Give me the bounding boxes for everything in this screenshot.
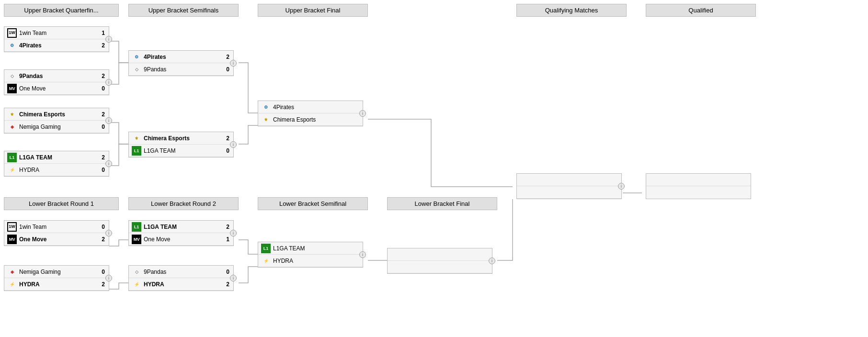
- team-name: HYDRA: [273, 258, 351, 264]
- team-score: 2: [97, 111, 105, 118]
- team-row: ◇ 9Pandas 0: [129, 63, 233, 76]
- team-row: L1 L1GA TEAM 2: [4, 151, 109, 164]
- match-lbf: i: [387, 248, 492, 274]
- team-score: 2: [222, 224, 229, 230]
- team-score: 0: [222, 269, 229, 275]
- match-info-btn[interactable]: i: [105, 117, 112, 124]
- header-ubqf: Upper Bracket Quarterfin...: [4, 4, 119, 17]
- team-name: Chimera Esports: [144, 135, 222, 142]
- header-ubs: Upper Bracket Semifinals: [128, 4, 239, 17]
- team-row: [646, 186, 751, 199]
- logo-chimera: ⚜: [261, 115, 271, 124]
- match-lbsf: L1 L1GA TEAM ⚡ HYDRA i: [258, 242, 363, 268]
- team-logo-empty: [390, 262, 400, 272]
- team-score: 0: [97, 224, 105, 230]
- match-info-btn[interactable]: i: [105, 275, 112, 281]
- team-name: HYDRA: [144, 281, 222, 288]
- logo-nemiga: ◈: [7, 267, 17, 277]
- logo-chimera: ⚜: [132, 134, 141, 143]
- team-row: ⚙ 4Pirates: [258, 101, 363, 113]
- match-info-btn[interactable]: i: [230, 230, 237, 236]
- match-ubqf4: L1 L1GA TEAM 2 ⚡ HYDRA 0 i: [4, 151, 109, 177]
- match-info-btn[interactable]: i: [359, 251, 366, 258]
- bracket-canvas: Upper Bracket Quarterfin... 1W 1win Team…: [0, 0, 862, 330]
- match-lbr2-1: L1 L1GA TEAM 2 MV One Move 1 i: [128, 220, 234, 246]
- header-lbf: Lower Bracket Final: [387, 197, 497, 210]
- header-ubf: Upper Bracket Final: [258, 4, 368, 17]
- team-row: [388, 261, 492, 273]
- team-row: 1W 1win Team 1: [4, 27, 109, 39]
- logo-l1ga: L1: [261, 244, 271, 253]
- logo-onemove: MV: [7, 235, 17, 244]
- match-info-btn[interactable]: i: [105, 79, 112, 86]
- team-row: MV One Move 2: [4, 233, 109, 246]
- logo-l1ga: L1: [132, 222, 141, 232]
- logo-1win: 1W: [7, 28, 17, 38]
- logo-9pandas: ◇: [7, 71, 17, 81]
- team-score: 2: [97, 236, 105, 243]
- team-score: 2: [222, 135, 229, 142]
- team-row: 1W 1win Team 0: [4, 221, 109, 233]
- logo-hydra: ⚡: [261, 256, 271, 266]
- match-ubf: ⚙ 4Pirates ⚜ Chimera Esports i: [258, 101, 363, 126]
- match-info-btn[interactable]: i: [230, 275, 237, 281]
- logo-onemove: MV: [132, 235, 141, 244]
- match-ubs2: ⚜ Chimera Esports 2 L1 L1GA TEAM 0 i: [128, 132, 234, 157]
- logo-hydra: ⚡: [132, 280, 141, 289]
- team-row: ⚜ Chimera Esports 2: [4, 108, 109, 121]
- team-name: Chimera Esports: [19, 111, 97, 118]
- team-row: [388, 248, 492, 261]
- team-name: L1GA TEAM: [144, 224, 222, 230]
- match-info-btn[interactable]: i: [105, 36, 112, 43]
- logo-onemove: MV: [7, 84, 17, 93]
- team-logo-empty: [520, 188, 529, 197]
- match-info-btn[interactable]: i: [230, 141, 237, 148]
- team-score: 0: [222, 66, 229, 73]
- team-score: 2: [222, 281, 229, 288]
- team-row: ⚡ HYDRA 0: [4, 164, 109, 176]
- match-ubs1: ⚙ 4Pirates 2 ◇ 9Pandas 0 i: [128, 50, 234, 76]
- match-lbr2-2: ◇ 9Pandas 0 ⚡ HYDRA 2 i: [128, 265, 234, 291]
- match-lbr1-2: ◈ Nemiga Gaming 0 ⚡ HYDRA 2 i: [4, 265, 109, 291]
- team-row: ⚡ HYDRA: [258, 255, 363, 267]
- header-lbsf: Lower Bracket Semifinal: [258, 197, 368, 210]
- team-score: 2: [97, 73, 105, 79]
- header-lbr1: Lower Bracket Round 1: [4, 197, 119, 210]
- match-info-btn[interactable]: i: [489, 258, 495, 264]
- match-qual: [646, 173, 751, 199]
- team-row: L1 L1GA TEAM: [258, 242, 363, 255]
- team-score: 2: [97, 281, 105, 288]
- logo-1win: 1W: [7, 222, 17, 232]
- team-row: ⚜ Chimera Esports: [258, 113, 363, 126]
- logo-4pirates: ⚙: [261, 102, 271, 112]
- team-logo-empty: [520, 175, 529, 185]
- header-qm: Qualifying Matches: [516, 4, 627, 17]
- match-info-btn[interactable]: i: [105, 160, 112, 167]
- team-name: 9Pandas: [144, 269, 222, 275]
- logo-l1ga: L1: [7, 153, 17, 162]
- match-info-btn[interactable]: i: [359, 110, 366, 117]
- match-info-btn[interactable]: i: [618, 183, 625, 190]
- team-row: ⚡ HYDRA 2: [4, 278, 109, 291]
- team-row: MV One Move 0: [4, 82, 109, 95]
- team-row: ⚡ HYDRA 2: [129, 278, 233, 291]
- team-name: Nemiga Gaming: [19, 269, 97, 275]
- match-lbr1-1: 1W 1win Team 0 MV One Move 2 i: [4, 220, 109, 246]
- match-info-btn[interactable]: i: [230, 60, 237, 67]
- match-info-btn[interactable]: i: [105, 230, 112, 236]
- team-name: 4Pirates: [144, 54, 222, 60]
- team-row: ◇ 9Pandas 0: [129, 266, 233, 278]
- team-name: One Move: [19, 85, 97, 92]
- team-name: 9Pandas: [144, 66, 222, 73]
- team-name: One Move: [19, 236, 97, 243]
- team-name: 9Pandas: [19, 73, 97, 79]
- logo-chimera: ⚜: [7, 110, 17, 119]
- team-name: 4Pirates: [273, 104, 351, 111]
- team-name: Nemiga Gaming: [19, 124, 97, 130]
- logo-hydra: ⚡: [7, 165, 17, 175]
- team-name: HYDRA: [19, 281, 97, 288]
- team-score: 2: [97, 42, 105, 49]
- team-row: ◈ Nemiga Gaming 0: [4, 121, 109, 133]
- team-row: MV One Move 1: [129, 233, 233, 246]
- team-score: 2: [97, 154, 105, 161]
